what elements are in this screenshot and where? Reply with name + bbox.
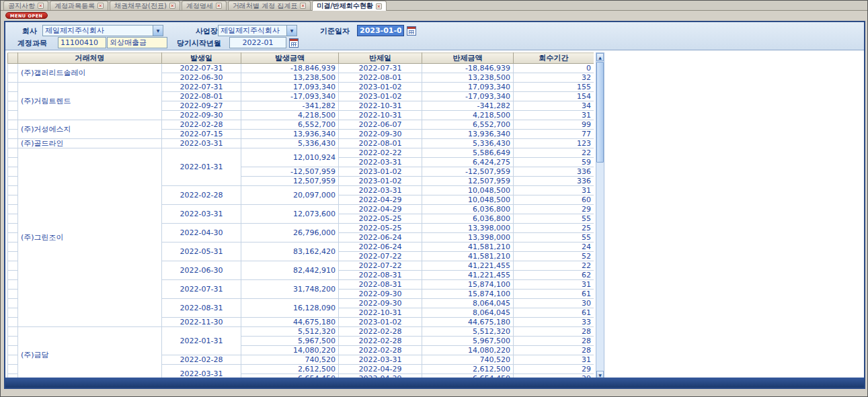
- calendar-icon[interactable]: [407, 26, 416, 36]
- collection-days-cell[interactable]: 31: [514, 186, 594, 195]
- collection-days-cell[interactable]: 25: [514, 224, 594, 233]
- settle-date-cell[interactable]: 2022-03-31: [339, 355, 422, 365]
- occur-amount-cell[interactable]: 20,097,000: [241, 186, 339, 205]
- occur-date-cell[interactable]: 2022-02-28: [162, 120, 241, 130]
- collection-days-cell[interactable]: 62: [514, 271, 594, 280]
- settle-amount-cell[interactable]: 41,581,210: [422, 242, 514, 252]
- settle-amount-cell[interactable]: -12,507,959: [422, 167, 514, 177]
- collection-days-cell[interactable]: 61: [514, 290, 594, 299]
- occur-date-cell[interactable]: 2022-03-31: [162, 139, 241, 148]
- settle-date-cell[interactable]: 2022-07-31: [339, 64, 422, 73]
- calendar-icon[interactable]: [289, 38, 299, 48]
- settle-date-cell[interactable]: 2022-04-29: [339, 365, 422, 374]
- settle-amount-cell[interactable]: 13,936,340: [422, 130, 514, 139]
- row-indicator[interactable]: [8, 92, 18, 101]
- settle-amount-cell[interactable]: 4,218,500: [422, 111, 514, 120]
- occur-date-cell[interactable]: 2022-07-15: [162, 130, 241, 139]
- tab-3[interactable]: 계정명세✕: [182, 1, 227, 10]
- row-indicator[interactable]: [8, 327, 18, 337]
- row-indicator[interactable]: [8, 261, 18, 271]
- collection-days-cell[interactable]: 31: [514, 111, 594, 120]
- settle-date-cell[interactable]: 2022-03-31: [339, 186, 422, 195]
- settle-date-cell[interactable]: 2022-10-31: [339, 101, 422, 111]
- settle-date-cell[interactable]: 2023-01-02: [339, 92, 422, 101]
- collection-days-cell[interactable]: 29: [514, 205, 594, 214]
- settle-date-cell[interactable]: 2023-01-02: [339, 83, 422, 92]
- settle-amount-cell[interactable]: 6,036,800: [422, 205, 514, 214]
- row-indicator[interactable]: [8, 83, 18, 92]
- collection-days-cell[interactable]: 34: [514, 101, 594, 111]
- settle-amount-cell[interactable]: 8,064,045: [422, 308, 514, 318]
- row-indicator[interactable]: [8, 186, 18, 195]
- collection-days-cell[interactable]: 52: [514, 252, 594, 261]
- settle-date-cell[interactable]: 2023-01-02: [339, 318, 422, 327]
- occur-date-cell[interactable]: 2022-11-30: [162, 318, 241, 327]
- row-indicator[interactable]: [8, 167, 18, 177]
- settle-date-cell[interactable]: 2022-07-22: [339, 261, 422, 271]
- settle-date-cell[interactable]: 2022-06-07: [339, 120, 422, 130]
- row-indicator[interactable]: [8, 318, 18, 327]
- settle-amount-cell[interactable]: 41,581,210: [422, 252, 514, 261]
- occur-amount-cell[interactable]: 82,442,910: [241, 261, 339, 280]
- occur-date-cell[interactable]: 2022-02-28: [162, 355, 241, 365]
- occur-amount-cell[interactable]: 44,675,180: [241, 318, 339, 327]
- row-indicator[interactable]: [8, 64, 18, 73]
- company-cell[interactable]: (주)그린조이: [18, 148, 162, 327]
- row-indicator[interactable]: [8, 346, 18, 355]
- occur-date-cell[interactable]: 2022-07-31: [162, 83, 241, 92]
- collection-days-cell[interactable]: 28: [514, 337, 594, 346]
- collection-days-cell[interactable]: 33: [514, 318, 594, 327]
- settle-amount-cell[interactable]: 5,586,649: [422, 148, 514, 158]
- settle-date-cell[interactable]: 2022-09-30: [339, 299, 422, 308]
- settle-amount-cell[interactable]: 12,507,959: [422, 177, 514, 186]
- occur-date-cell[interactable]: 2022-04-30: [162, 224, 241, 242]
- row-indicator[interactable]: [8, 224, 18, 233]
- collection-days-cell[interactable]: 123: [514, 139, 594, 148]
- settle-amount-cell[interactable]: 44,675,180: [422, 318, 514, 327]
- collection-days-cell[interactable]: 154: [514, 92, 594, 101]
- start-month-input[interactable]: [229, 37, 286, 48]
- collection-days-cell[interactable]: 0: [514, 64, 594, 73]
- occur-amount-cell[interactable]: 13,238,500: [241, 73, 339, 83]
- settle-amount-cell[interactable]: 13,398,000: [422, 233, 514, 242]
- occur-amount-cell[interactable]: 13,936,340: [241, 130, 339, 139]
- occur-date-cell[interactable]: 2022-08-01: [162, 92, 241, 101]
- tab-close-icon[interactable]: ✕: [97, 3, 104, 9]
- settle-amount-cell[interactable]: -341,282: [422, 101, 514, 111]
- settle-amount-cell[interactable]: 5,336,430: [422, 139, 514, 148]
- collection-days-cell[interactable]: 336: [514, 167, 594, 177]
- occur-amount-cell[interactable]: -12,507,959: [241, 167, 339, 177]
- settle-amount-cell[interactable]: 13,398,000: [422, 224, 514, 233]
- company-cell[interactable]: (주)거림트렌드: [18, 83, 162, 120]
- occur-amount-cell[interactable]: -18,846,939: [241, 64, 339, 73]
- row-indicator[interactable]: [8, 252, 18, 261]
- settle-date-cell[interactable]: 2022-08-01: [339, 139, 422, 148]
- account-name-input[interactable]: [107, 37, 167, 48]
- tab-4[interactable]: 거래처별 계정 집계표✕: [228, 1, 311, 10]
- row-indicator[interactable]: [8, 73, 18, 83]
- row-indicator[interactable]: [8, 130, 18, 139]
- collection-days-cell[interactable]: 55: [514, 214, 594, 224]
- account-code-input[interactable]: [58, 37, 106, 48]
- settle-date-cell[interactable]: 2022-06-24: [339, 242, 422, 252]
- collection-days-cell[interactable]: 155: [514, 83, 594, 92]
- settle-amount-cell[interactable]: 15,874,100: [422, 280, 514, 290]
- collection-days-cell[interactable]: 22: [514, 148, 594, 158]
- row-indicator[interactable]: [8, 101, 18, 111]
- row-indicator[interactable]: [8, 233, 18, 242]
- settle-amount-cell[interactable]: 6,552,700: [422, 120, 514, 130]
- collection-days-cell[interactable]: 99: [514, 120, 594, 130]
- row-indicator[interactable]: [8, 120, 18, 130]
- tab-close-icon[interactable]: ✕: [300, 3, 306, 9]
- settle-amount-cell[interactable]: 41,221,455: [422, 271, 514, 280]
- occur-amount-cell[interactable]: 16,128,090: [241, 299, 339, 318]
- settle-amount-cell[interactable]: 6,036,800: [422, 214, 514, 224]
- collection-days-cell[interactable]: 28: [514, 346, 594, 355]
- site-select[interactable]: 제일제지주식회사 ▼: [218, 25, 297, 36]
- settle-date-cell[interactable]: 2023-01-02: [339, 167, 422, 177]
- occur-amount-cell[interactable]: 31,748,200: [241, 280, 339, 299]
- occur-amount-cell[interactable]: 5,512,320: [241, 327, 339, 337]
- settle-date-cell[interactable]: 2022-04-29: [339, 195, 422, 205]
- settle-date-cell[interactable]: 2022-09-30: [339, 290, 422, 299]
- settle-amount-cell[interactable]: 10,048,500: [422, 186, 514, 195]
